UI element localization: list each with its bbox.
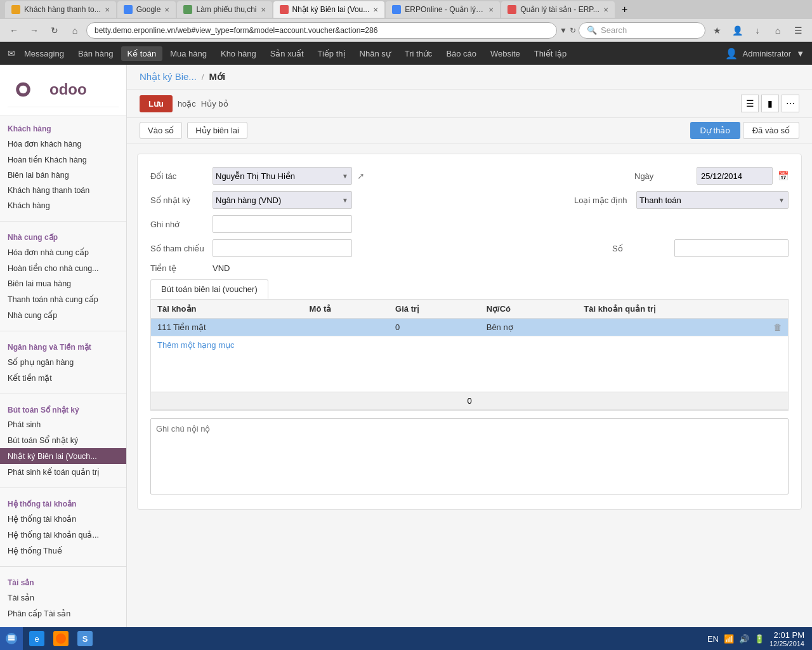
status-bar: Vào số Hủy biên lai Dự thảo Đã vào số bbox=[127, 118, 812, 143]
delete-row-icon[interactable]: 🗑 bbox=[773, 322, 782, 332]
sidebar-item[interactable]: Số phụ ngân hàng bbox=[0, 354, 126, 370]
sidebar-item[interactable]: Khách hàng thanh toán bbox=[0, 183, 126, 198]
save-button[interactable]: Lưu bbox=[140, 95, 173, 112]
user-icon[interactable]: 👤 bbox=[728, 22, 746, 39]
browser-tab-t1[interactable]: Khách hàng thanh to... ✕ bbox=[5, 1, 116, 18]
menu-item-kế-toán[interactable]: Kế toán bbox=[121, 46, 163, 61]
tab-close-icon[interactable]: ✕ bbox=[488, 6, 494, 13]
sidebar-item[interactable]: Hóa đơn khách hàng bbox=[0, 136, 126, 152]
doi-tac-link-icon[interactable]: ➚ bbox=[357, 171, 365, 181]
huy-bien-lai-button[interactable]: Hủy biên lai bbox=[187, 122, 247, 139]
sidebar-item[interactable]: Biên lai bán hàng bbox=[0, 168, 126, 183]
start-button[interactable] bbox=[0, 627, 23, 650]
ghi-nho-input[interactable] bbox=[213, 215, 352, 233]
sidebar-item[interactable]: Biên lai mua hàng bbox=[0, 276, 126, 291]
taskbar-app-1[interactable]: e bbox=[25, 627, 48, 650]
tab-close-icon[interactable]: ✕ bbox=[164, 6, 169, 13]
browser-tab-t2[interactable]: Google ✕ bbox=[117, 1, 176, 18]
voucher-tab[interactable]: Bút toán biên lai (voucher) bbox=[150, 279, 268, 299]
sidebar-item[interactable]: Phân cấp Tài sản bbox=[0, 606, 126, 621]
browser-tab-t5[interactable]: ERPOnline - Quản lý t... ✕ bbox=[386, 1, 500, 18]
sidebar-item[interactable]: Kết tiền mặt bbox=[0, 370, 126, 386]
main-form: Đối tác Nguyễn Thị Thu Hiền ▼ ➚ Ngày 📅 bbox=[137, 154, 802, 510]
table-column-header: Tài khoản quản trị bbox=[577, 300, 788, 319]
draft-status-button[interactable]: Dự thảo bbox=[690, 122, 740, 139]
cancel-button[interactable]: Hủy bỏ bbox=[201, 99, 228, 109]
sidebar-item[interactable]: Bút toán Sổ nhật ký bbox=[0, 432, 126, 448]
user-menu[interactable]: 👤 Administrator ▼ bbox=[725, 48, 804, 60]
app-logo: odoo bbox=[0, 65, 126, 116]
tab-close-icon[interactable]: ✕ bbox=[603, 6, 608, 13]
address-bar[interactable]: betty.demo.erponline.vn/web#view_type=fo… bbox=[86, 22, 557, 39]
menu-item-tri-thức[interactable]: Tri thức bbox=[398, 46, 439, 61]
loai-mac-dinh-select[interactable]: Thanh toán bbox=[636, 191, 789, 209]
new-tab-button[interactable]: + bbox=[617, 2, 632, 17]
menu-item-bán-hàng[interactable]: Bán hàng bbox=[72, 46, 120, 61]
home-button[interactable]: ⌂ bbox=[66, 22, 84, 39]
sidebar-item[interactable]: Hóa đơn nhà cung cấp bbox=[0, 244, 126, 260]
menu-item-messaging[interactable]: Messaging bbox=[18, 46, 70, 61]
taskbar-app-2[interactable] bbox=[49, 627, 72, 650]
sidebar-item[interactable]: Phát sinh bbox=[0, 417, 126, 432]
tab-close-icon[interactable]: ✕ bbox=[261, 6, 266, 13]
sidebar-item[interactable]: Khách hàng bbox=[0, 198, 126, 213]
taskbar-right: EN 📶 🔊 🔋 2:01 PM 12/25/2014 bbox=[707, 630, 812, 647]
ngay-input[interactable] bbox=[697, 167, 773, 185]
browser-search-bar[interactable]: 🔍 Search bbox=[579, 22, 705, 39]
browser-tab-t4[interactable]: Nhật ký Biên lai (Vou... ✕ bbox=[273, 1, 385, 18]
so-input[interactable] bbox=[674, 239, 789, 257]
svg-rect-3 bbox=[8, 637, 15, 639]
home-nav-icon[interactable]: ⌂ bbox=[769, 22, 787, 39]
reload-button[interactable]: ↻ bbox=[46, 22, 63, 39]
notes-textarea[interactable] bbox=[150, 418, 789, 494]
menu-item-thiết-lập[interactable]: Thiết lập bbox=[528, 46, 573, 61]
posted-status-button[interactable]: Đã vào số bbox=[743, 122, 799, 139]
sidebar-item[interactable]: Hệ thống Thuế bbox=[0, 543, 126, 559]
sidebar-item[interactable]: Hoàn tiền Khách hàng bbox=[0, 152, 126, 168]
battery-icon: 🔋 bbox=[754, 634, 764, 644]
sidebar-item[interactable]: Nhật ký Biên lai (Vouch... bbox=[0, 448, 126, 464]
download-icon[interactable]: ↓ bbox=[749, 22, 766, 39]
taskbar-app-3[interactable]: S bbox=[74, 627, 96, 650]
forward-button[interactable]: → bbox=[25, 22, 43, 39]
menu-item-kho-hàng[interactable]: Kho hàng bbox=[214, 46, 263, 61]
sidebar-item[interactable]: Phát sinh kế toán quản trị bbox=[0, 464, 126, 480]
vao-so-button[interactable]: Vào số bbox=[140, 122, 182, 139]
menu-icon[interactable]: ☰ bbox=[789, 22, 807, 39]
sidebar-item[interactable]: Tài sản bbox=[0, 590, 126, 606]
doi-tac-select[interactable]: Nguyễn Thị Thu Hiền bbox=[213, 167, 352, 185]
list-view-button[interactable]: ☰ bbox=[741, 95, 759, 112]
more-view-button[interactable]: ⋯ bbox=[782, 95, 799, 112]
add-item-link[interactable]: Thêm một hạng mục bbox=[151, 336, 241, 354]
browser-tab-t6[interactable]: Quản lý tài sản - ERP... ✕ bbox=[501, 1, 615, 18]
so-nhat-ky-select[interactable]: Ngân hàng (VND) bbox=[213, 191, 352, 209]
svg-rect-4 bbox=[8, 639, 15, 640]
sidebar-section-title: Khách hàng bbox=[0, 121, 126, 136]
so-tham-chieu-input[interactable] bbox=[213, 239, 352, 257]
form-view-button[interactable]: ▮ bbox=[761, 95, 779, 112]
browser-nav-bar: ← → ↻ ⌂ betty.demo.erponline.vn/web#view… bbox=[0, 19, 812, 42]
bookmark-icon[interactable]: ★ bbox=[708, 22, 726, 39]
menu-item-tiếp-thị[interactable]: Tiếp thị bbox=[311, 46, 352, 61]
sidebar-item[interactable]: Hệ thống tài khoản quả... bbox=[0, 527, 126, 543]
sidebar-item[interactable]: Thanh toán nhà cung cấp bbox=[0, 291, 126, 307]
calendar-icon[interactable]: 📅 bbox=[778, 171, 789, 181]
table-row[interactable]: 111 Tiền mặt0Bên nợ🗑 bbox=[151, 319, 788, 336]
sidebar-divider bbox=[0, 394, 126, 394]
tab-close-icon[interactable]: ✕ bbox=[105, 6, 110, 13]
menu-item-website[interactable]: Website bbox=[484, 46, 527, 61]
back-button[interactable]: ← bbox=[5, 22, 23, 39]
voucher-table-container: Tài khoảnMô tảGiá trịNợ/CóTài khoản quản… bbox=[150, 300, 789, 411]
tab-close-icon[interactable]: ✕ bbox=[373, 6, 378, 13]
menu-item-báo-cáo[interactable]: Báo cáo bbox=[440, 46, 483, 61]
browser-tab-t3[interactable]: Làm phiếu thu,chi ✕ bbox=[177, 1, 272, 18]
menu-item-nhân-sự[interactable]: Nhân sự bbox=[353, 46, 397, 61]
sidebar-item[interactable]: Nhà cung cấp bbox=[0, 307, 126, 323]
messaging-menu-icon: ✉ bbox=[8, 48, 15, 58]
svg-rect-5 bbox=[8, 635, 15, 637]
menu-item-sản-xuất[interactable]: Sản xuất bbox=[264, 46, 310, 61]
sidebar-item[interactable]: Hoàn tiền cho nhà cung... bbox=[0, 260, 126, 276]
sidebar-section-title: Hệ thống tài khoản bbox=[0, 496, 126, 511]
menu-item-mua-hàng[interactable]: Mua hàng bbox=[164, 46, 213, 61]
sidebar-item[interactable]: Hệ thống tài khoản bbox=[0, 511, 126, 527]
